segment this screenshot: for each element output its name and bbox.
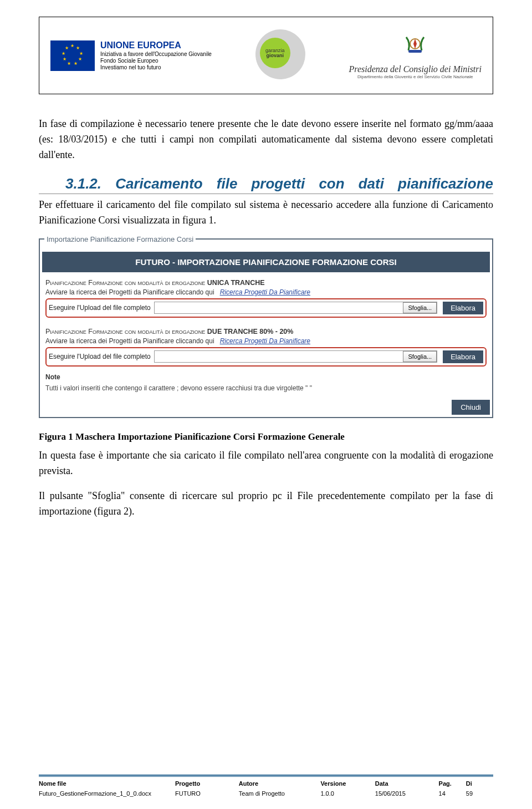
paragraph-2: Per effettuare il caricamento del file c… xyxy=(39,197,493,228)
upload-row-1-highlight: Eseguire l'Upload del file completo Sfog… xyxy=(45,298,487,318)
upload-label-1: Eseguire l'Upload del file completo xyxy=(49,304,151,312)
eu-logo-block: ★ ★ ★ ★ ★ ★ ★ ★ ★ UNIONE EUROPEA Iniziat… xyxy=(50,40,212,70)
footer-h-data: Data xyxy=(375,780,439,788)
note-label: Note xyxy=(42,373,490,381)
footer-h-progetto: Progetto xyxy=(175,780,239,788)
presidenza-subtitle: Dipartimento della Gioventù e del Serviz… xyxy=(349,74,482,79)
section-unica-tranche: Pianificazione Formazione con modalità d… xyxy=(42,272,490,321)
presidenza-logo-block: Presidenza del Consiglio dei Ministri Di… xyxy=(349,32,482,79)
footer-v-autore: Team di Progetto xyxy=(239,788,321,797)
page-footer: Nome file Progetto Autore Versione Data … xyxy=(39,775,493,797)
file-input-2[interactable]: Sfoglia... xyxy=(154,350,437,363)
footer-v-nome: Futuro_GestioneFormazione_1_0_0.docx xyxy=(39,788,175,797)
upload-row-2-highlight: Eseguire l'Upload del file completo Sfog… xyxy=(45,347,487,367)
eu-line2: Fondo Sociale Europeo xyxy=(100,58,212,64)
screenshot-figure-1: Importazione Pianificazione Formazione C… xyxy=(39,238,493,418)
paragraph-4: Il pulsante "Sfoglia" consente di ricerc… xyxy=(39,489,493,520)
section1-title: Pianificazione Formazione con modalità d… xyxy=(45,279,487,287)
paragraph-3: In questa fase è importante che sia cari… xyxy=(39,448,493,479)
footer-v-di: 59 xyxy=(466,788,493,797)
section2-search-line: Avviare la ricerca dei Progetti da Piani… xyxy=(45,337,487,345)
figure-1-caption: Figura 1 Maschera Importazione Pianifica… xyxy=(39,431,493,442)
italy-emblem-icon xyxy=(349,32,482,62)
footer-v-progetto: FUTURO xyxy=(175,788,239,797)
footer-h-autore: Autore xyxy=(239,780,321,788)
elabora-button-1[interactable]: Elabora xyxy=(443,302,483,314)
paragraph-1: In fase di compilazione è necessario ten… xyxy=(39,116,493,163)
document-header: ★ ★ ★ ★ ★ ★ ★ ★ ★ UNIONE EUROPEA Iniziat… xyxy=(39,17,493,94)
footer-h-di: Di xyxy=(466,780,493,788)
footer-v-pag: 14 xyxy=(439,788,466,797)
footer-h-pag: Pag. xyxy=(439,780,466,788)
eu-line3: Investiamo nel tuo futuro xyxy=(100,64,212,71)
garanzia-giovani-logo: garanzia giovani xyxy=(255,29,305,82)
chiudi-button[interactable]: Chiudi xyxy=(452,400,490,415)
panel-header: FUTURO - IMPORTAZIONE PIANIFICAZIONE FOR… xyxy=(42,252,490,272)
section-heading-312: 3.1.2. Caricamento file progetti con dat… xyxy=(39,175,493,194)
svg-rect-1 xyxy=(408,50,422,53)
note-text: Tutti i valori inseriti che contengo il … xyxy=(42,384,490,392)
eu-line1: Iniziativa a favore dell'Occupazione Gio… xyxy=(100,51,212,58)
eu-title: UNIONE EUROPEA xyxy=(100,40,212,50)
presidenza-title: Presidenza del Consiglio dei Ministri xyxy=(349,64,482,74)
section1-search-line: Avviare la ricerca dei Progetti da Piani… xyxy=(45,288,487,296)
section-due-tranche: Pianificazione Formazione con modalità d… xyxy=(42,321,490,370)
section2-title: Pianificazione Formazione con modalità d… xyxy=(45,328,487,335)
eu-flag-icon: ★ ★ ★ ★ ★ ★ ★ ★ ★ xyxy=(50,40,95,71)
file-input-1[interactable]: Sfoglia... xyxy=(154,302,437,314)
ricerca-progetti-link-2[interactable]: Ricerca Progetti Da Pianificare xyxy=(220,337,310,345)
ricerca-progetti-link-1[interactable]: Ricerca Progetti Da Pianificare xyxy=(220,288,310,296)
footer-h-versione: Versione xyxy=(320,780,375,788)
fieldset-legend: Importazione Pianificazione Formazione C… xyxy=(44,235,196,243)
footer-v-data: 15/06/2015 xyxy=(375,788,439,797)
upload-label-2: Eseguire l'Upload del file completo xyxy=(49,353,151,360)
footer-v-versione: 1.0.0 xyxy=(320,788,375,797)
sfoglia-button-2[interactable]: Sfoglia... xyxy=(403,351,437,362)
elabora-button-2[interactable]: Elabora xyxy=(443,350,483,363)
sfoglia-button-1[interactable]: Sfoglia... xyxy=(403,302,437,313)
footer-h-nome: Nome file xyxy=(39,780,175,788)
